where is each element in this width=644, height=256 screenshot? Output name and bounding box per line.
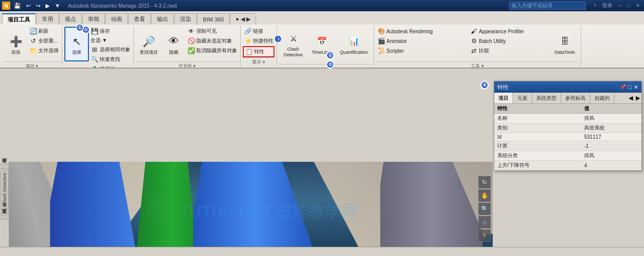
tab-extra[interactable]: ● ◀ ▶ — [230, 13, 256, 25]
close-btn[interactable]: ✕ — [634, 2, 642, 9]
section-tools: 🎨 Autodesk Rendering 🎬 Animator 📜 Script… — [374, 26, 581, 67]
minimize-btn[interactable]: ─ — [615, 2, 624, 9]
annotation-4: ④ — [480, 81, 489, 89]
properties-panel: 特性 📌 □ ✕ 项目 元素 系统类型 参照标高 创建的 ◀ ▶ 特性 值 名称… — [494, 81, 642, 171]
qat-undo[interactable]: ↩ — [25, 2, 32, 10]
select-same-btn[interactable]: ⊞ 选择相同对象 — [89, 45, 131, 54]
restore-btn[interactable]: □ — [625, 2, 633, 9]
sidebar-item-catalog[interactable]: 目录列表 — [0, 164, 9, 169]
display-buttons: 🔗 链接 ⚡ 快捷特性 ③ 📋 特性 — [243, 27, 274, 57]
props-col-property: 特性 — [494, 104, 581, 114]
reset-all-btn[interactable]: ↺ 全部重... — [28, 36, 60, 46]
file-select-label: 文件选择 — [38, 47, 59, 54]
help-btn[interactable]: ? — [591, 2, 599, 9]
tab-home[interactable]: 常用 — [36, 13, 59, 25]
tab-project-tools[interactable]: 项目工具 — [2, 13, 36, 25]
qat-save[interactable]: 💾 — [12, 2, 22, 10]
quick-search-btn[interactable]: 🔍 快速查找 — [89, 55, 131, 64]
add-button[interactable]: ➕ 添加 — [4, 27, 28, 61]
tab-render[interactable]: 渲染 — [174, 13, 197, 25]
props-tab-nav: ◀ ▶ — [627, 93, 641, 103]
tab-output[interactable]: 输出 — [151, 13, 174, 25]
force-visible-icon: 👁 — [187, 27, 195, 35]
quantification-btn[interactable]: 📊 Quantification — [336, 27, 372, 61]
force-visible-btn[interactable]: 👁 强制可见 — [186, 27, 238, 36]
tab-viewpoint[interactable]: 视点 — [59, 13, 82, 25]
vp-zoom-btn[interactable]: 🔍 — [478, 203, 491, 215]
add-label: 添加 — [11, 50, 20, 55]
viewport[interactable]: 🐘 TUTUISOFT 进能教学网 ↻ ✋ 🔍 ⌂ 🚶 — [9, 162, 493, 256]
props-title: 特性 — [497, 83, 509, 91]
props-close-btn[interactable]: ✕ — [634, 84, 638, 91]
find-items-btn[interactable]: 🔎 查找项目 — [136, 27, 162, 61]
compare-btn[interactable]: ⇄ 比较 — [469, 46, 550, 55]
link-btn[interactable]: 🔗 链接 — [243, 27, 274, 36]
props-tab-next[interactable]: ▶ — [634, 95, 641, 101]
vp-rotate-btn[interactable]: ↻ — [478, 176, 491, 188]
tab-view[interactable]: 查看 — [128, 13, 151, 25]
file-select-btn[interactable]: 📁 文件选择 — [28, 46, 60, 55]
sidebar-item-collection[interactable]: 集合 — [0, 208, 9, 214]
unhide-all-btn[interactable]: ✅ 取消隐藏所有对象 — [186, 46, 238, 55]
timeliner-icon: 📅 — [314, 33, 330, 50]
props-tab-ref-level[interactable]: 参照标高 — [561, 93, 590, 103]
scripter-label: Scripter — [386, 48, 404, 54]
section-visibility-title: 可见性 ▾ — [136, 61, 238, 68]
vp-pan-btn[interactable]: ✋ — [478, 189, 491, 202]
props-tab-created[interactable]: 创建的 — [590, 93, 614, 103]
quick-props-btn[interactable]: ⚡ 快捷特性 ③ — [243, 36, 274, 46]
appearance-profiler-btn[interactable]: 🖌 Appearance Profiler — [469, 27, 550, 36]
select-all-btn[interactable]: 全选 ▼ — [89, 36, 131, 45]
app-logo: N — [2, 2, 10, 10]
tab-animation[interactable]: 动画 — [105, 13, 128, 25]
animator-btn[interactable]: 🎬 Animator — [376, 36, 468, 46]
select-tool-btn[interactable]: ↖ 选择 ① — [64, 27, 89, 61]
scripter-btn[interactable]: 📜 Scripter — [376, 46, 468, 55]
sidebar-item-measure[interactable]: 测量工具 — [0, 215, 9, 220]
batch-utility-btn[interactable]: ⚙ Batch Utility — [469, 36, 550, 46]
props-tab-system-type[interactable]: 系统类型 — [532, 93, 561, 103]
autodesk-rendering-btn[interactable]: 🎨 Autodesk Rendering — [376, 27, 468, 36]
datatools-icon: 🗄 — [557, 33, 573, 50]
props-cell-category-key: 类别 — [494, 123, 581, 133]
props-cell-calc-key: 计算 — [494, 141, 581, 151]
quick-search-icon: 🔍 — [90, 55, 99, 63]
autodesk-rendering-label: Autodesk Rendering — [386, 29, 433, 34]
vp-walk-btn[interactable]: 🚶 — [478, 229, 491, 242]
force-visible-label: 强制可见 — [196, 28, 217, 35]
save-select-label: 保存 — [100, 28, 110, 35]
visibility-buttons: 🔎 查找项目 👁 隐藏 👁 强制可见 🚫 隐藏未选定对象 — [136, 27, 238, 61]
refresh-btn[interactable]: 🔄 刷新 — [28, 27, 60, 36]
props-cell-id-key: Id — [494, 133, 581, 141]
tab-bim360[interactable]: BIM 360 — [197, 13, 229, 25]
tab-review[interactable]: 审阅 — [82, 13, 105, 25]
props-tab-prev[interactable]: ◀ — [627, 95, 634, 101]
add-icon: ➕ — [8, 33, 24, 50]
properties-btn[interactable]: 📋 特性 — [243, 46, 274, 57]
qat-redo[interactable]: ↪ — [34, 2, 42, 10]
unhide-all-label: 取消隐藏所有对象 — [196, 47, 237, 54]
status-bar — [0, 247, 644, 256]
quick-search-label: 快速查找 — [100, 56, 120, 63]
sidebar-item-clash[interactable]: Clash Detective — [1, 170, 9, 207]
clash-detective-icon: ⚔ — [285, 30, 302, 47]
annotation-2: ② — [326, 51, 334, 59]
qat-dropdown[interactable]: ▼ — [53, 2, 62, 9]
find-label: 查找项目 — [140, 50, 158, 55]
quick-props-icon: ⚡ — [244, 37, 252, 45]
props-tab-item[interactable]: 项目 — [494, 93, 513, 103]
select-tree-btn[interactable]: 🌲 选择树 — [89, 65, 131, 68]
clash-detective-btn[interactable]: ⚔ ClashDetective — [279, 27, 307, 61]
sign-in-btn[interactable]: 登录 — [602, 2, 612, 9]
hide-btn[interactable]: 👁 隐藏 — [162, 27, 186, 61]
qat-play[interactable]: ▶ — [44, 2, 51, 10]
props-tab-element[interactable]: 元素 — [513, 93, 532, 103]
select-tree-icon: 🌲 — [90, 65, 99, 68]
props-float-btn[interactable]: □ — [628, 84, 632, 91]
search-box[interactable]: 输入关键字或短语 — [509, 2, 586, 10]
vp-home-btn[interactable]: ⌂ — [478, 216, 491, 228]
save-selection-btn[interactable]: 💾 保存 — [89, 27, 131, 36]
props-pin-btn[interactable]: 📌 — [620, 84, 626, 91]
datatools-btn[interactable]: 🗄 DataTools — [551, 27, 579, 61]
hide-unselected-btn[interactable]: 🚫 隐藏未选定对象 — [186, 36, 238, 46]
